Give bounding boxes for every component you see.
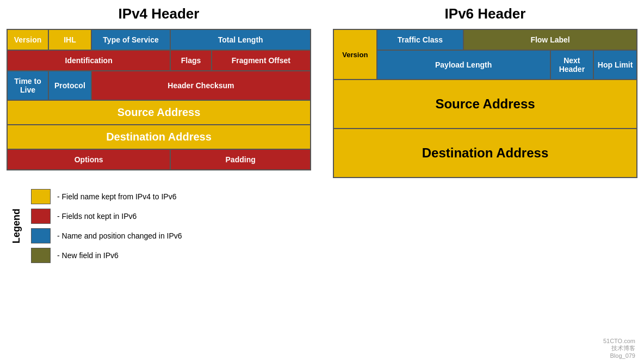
ipv6-section: IPv6 Header Version Traffic Class [333, 5, 637, 178]
legend-text-red: - Fields not kept in IPv6 [57, 212, 137, 221]
ipv6-destaddress: Destination Address [333, 129, 637, 178]
ipv6-version: Version [333, 29, 377, 80]
table-row: Payload Length Next Header Hop Limit [333, 50, 637, 80]
legend-color-olive [31, 248, 51, 263]
table-row: Identification Flags Fragment Offset [7, 50, 311, 71]
ipv6-title: IPv6 Header [445, 5, 526, 22]
legend-item-blue: - Name and position changed in IPv6 [31, 228, 182, 243]
legend-color-red [31, 209, 51, 224]
ipv6-payloadlength: Payload Length [377, 50, 550, 80]
ipv6-hoplimit: Hop Limit [593, 50, 637, 80]
legend-items: - Field name kept from IPv4 to IPv6 - Fi… [31, 189, 182, 263]
ipv4-timetolive: Time to Live [7, 71, 48, 100]
legend-title: Legend [11, 209, 22, 243]
ipv4-identification: Identification [7, 50, 170, 71]
watermark-line1: 51CTO.com [603, 338, 635, 344]
table-row: Destination Address [333, 129, 637, 178]
table-row: Source Address [333, 80, 637, 129]
legend-text-olive: - New field in IPv6 [57, 251, 119, 260]
ipv4-table: Version IHL Type of Service Total Length… [7, 29, 311, 170]
table-row: Options Padding [7, 149, 311, 170]
watermark: 51CTO.com 技术博客 Blog_079 [603, 338, 635, 359]
legend-section: Legend - Field name kept from IPv4 to IP… [0, 189, 644, 263]
legend-color-yellow [31, 189, 51, 204]
ipv4-title: IPv4 Header [119, 5, 200, 22]
table-row: Source Address [7, 100, 311, 125]
ipv6-sourceaddress: Source Address [333, 80, 637, 129]
legend-item-red: - Fields not kept in IPv6 [31, 209, 182, 224]
ipv6-table: Version Traffic Class Flow Label Payload… [333, 29, 637, 178]
legend-color-blue [31, 228, 51, 243]
ipv4-flags: Flags [170, 50, 211, 71]
ipv4-headerchecksum: Header Checksum [91, 71, 311, 100]
ipv4-tos: Type of Service [91, 29, 170, 50]
ipv4-padding: Padding [170, 149, 311, 170]
legend-item-yellow: - Field name kept from IPv4 to IPv6 [31, 189, 182, 204]
ipv6-nextheader: Next Header [550, 50, 594, 80]
ipv4-totallength: Total Length [170, 29, 311, 50]
table-row: Time to Live Protocol Header Checksum [7, 71, 311, 100]
ipv4-section: IPv4 Header Version IHL Type of Service … [7, 5, 311, 178]
ipv4-options: Options [7, 149, 170, 170]
ipv4-destaddress: Destination Address [7, 125, 311, 149]
ipv4-protocol: Protocol [48, 71, 91, 100]
legend-text-blue: - Name and position changed in IPv6 [57, 231, 182, 240]
ipv4-version: Version [7, 29, 48, 50]
legend-text-yellow: - Field name kept from IPv4 to IPv6 [57, 192, 176, 201]
table-row: Version IHL Type of Service Total Length [7, 29, 311, 50]
ipv6-flowlabel: Flow Label [463, 29, 637, 50]
ipv6-trafficclass: Traffic Class [377, 29, 463, 50]
watermark-line2: 技术博客 [603, 344, 635, 352]
watermark-line3: Blog_079 [603, 352, 635, 359]
ipv4-ihl: IHL [48, 29, 91, 50]
ipv4-fragmentoffset: Fragment Offset [212, 50, 311, 71]
table-row: Version Traffic Class Flow Label [333, 29, 637, 50]
legend-item-olive: - New field in IPv6 [31, 248, 182, 263]
ipv4-sourceaddress: Source Address [7, 100, 311, 125]
table-row: Destination Address [7, 125, 311, 149]
